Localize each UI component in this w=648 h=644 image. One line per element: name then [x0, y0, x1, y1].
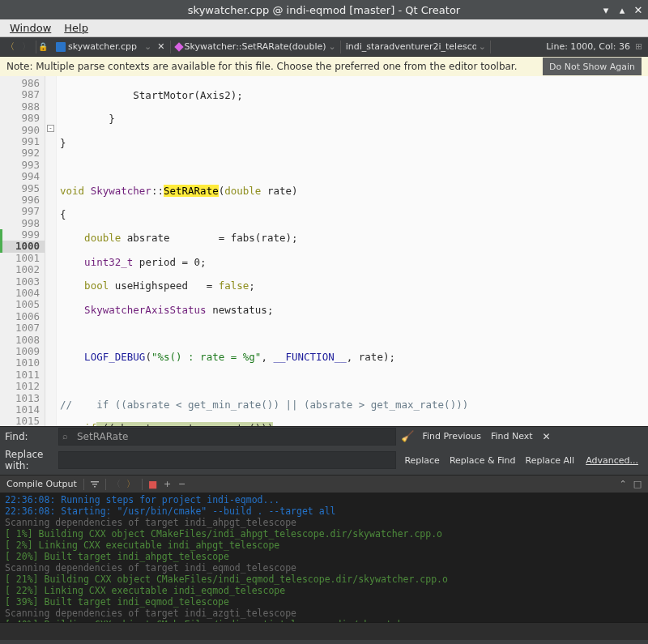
line-number[interactable]: 1010	[0, 357, 45, 369]
output-line: 22:36:08: Starting: "/usr/bin/cmake" --b…	[5, 505, 643, 517]
line-column-indicator[interactable]: Line: 1000, Col: 36	[541, 40, 635, 53]
line-number[interactable]: 1003	[0, 276, 45, 288]
line-number[interactable]: 1011	[0, 369, 45, 381]
window-title: skywatcher.cpp @ indi-eqmod [master] - Q…	[0, 4, 648, 16]
find-label: Find:	[0, 427, 58, 446]
line-number[interactable]: 992	[0, 147, 45, 159]
chevron-icon[interactable]: ⌄	[142, 41, 154, 52]
output-title[interactable]: Compile Output	[3, 477, 80, 491]
line-number[interactable]: 993	[0, 160, 45, 171]
replace-all-button[interactable]: Replace All	[522, 454, 578, 467]
output-line: [ 1%] Building CXX object CMakeFiles/ind…	[5, 528, 643, 540]
parse-context-warning: Note: Multiple parse contexts are availa…	[0, 57, 648, 76]
svg-rect-2	[94, 486, 96, 488]
replace-button[interactable]: Replace	[401, 454, 443, 467]
separator	[340, 41, 341, 53]
line-number[interactable]: 987	[0, 89, 45, 100]
separator	[83, 479, 84, 490]
close-icon[interactable]: ✕	[633, 5, 643, 15]
output-line: [ 20%] Built target indi_ahpgt_telescope	[5, 551, 643, 562]
output-line: Scanning dependencies of target indi_eqm…	[5, 562, 643, 574]
search-icon: ⌕	[62, 431, 68, 441]
maximize-icon[interactable]: ▴	[617, 5, 627, 15]
filter-icon[interactable]	[88, 478, 101, 491]
line-number[interactable]: 995	[0, 183, 45, 194]
zoom-out-icon[interactable]: −	[176, 478, 189, 491]
line-number[interactable]: 989	[0, 113, 45, 124]
chevron-icon[interactable]: ⌄	[326, 41, 339, 52]
line-number[interactable]: 1005	[0, 299, 45, 310]
fold-column[interactable]: -	[45, 76, 57, 426]
clear-highlights-icon[interactable]: 🧹	[401, 430, 414, 442]
stop-build-icon[interactable]: ■	[147, 478, 160, 491]
line-number[interactable]: 986	[0, 78, 45, 89]
line-number[interactable]: 1004	[0, 288, 45, 299]
close-file-icon[interactable]: ✕	[154, 41, 168, 52]
line-number[interactable]: 988	[0, 101, 45, 113]
line-number[interactable]: 1008	[0, 335, 45, 346]
open-file-selector[interactable]: skywatcher.cpp	[51, 40, 142, 53]
next-item-icon[interactable]: 〉	[125, 478, 138, 491]
statusbar	[0, 622, 648, 640]
line-number[interactable]: 994	[0, 171, 45, 182]
output-line: 22:36:08: Running steps for project indi…	[5, 494, 643, 505]
breadcrumb-label: Skywatcher::SetRARate(double) ...	[185, 41, 326, 52]
separator	[142, 479, 143, 490]
menu-window[interactable]: Window	[3, 20, 58, 36]
separator	[36, 41, 36, 53]
close-findbar-icon[interactable]: ✕	[539, 431, 554, 442]
filename-label: skywatcher.cpp	[68, 41, 137, 52]
line-number[interactable]: 997	[0, 206, 45, 217]
find-previous-button[interactable]: Find Previous	[419, 429, 484, 443]
expand-up-icon[interactable]: ⌃	[616, 478, 629, 491]
line-number[interactable]: 998	[0, 218, 45, 229]
line-number[interactable]: 996	[0, 194, 45, 206]
code-area[interactable]: StartMotor(Axis2); } } void Skywatcher::…	[57, 76, 648, 426]
find-input[interactable]	[58, 428, 396, 446]
line-number[interactable]: 991	[0, 136, 45, 147]
do-not-show-again-button[interactable]: Do Not Show Again	[543, 58, 642, 75]
svg-rect-1	[92, 484, 97, 485]
kit-selector[interactable]: indi_staradventurer2i_telescope1	[343, 40, 476, 53]
cpp-file-icon	[56, 42, 66, 52]
output-line: [ 21%] Building CXX object CMakeFiles/in…	[5, 574, 643, 585]
close-output-icon[interactable]: □	[631, 478, 644, 491]
line-number[interactable]: 1012	[0, 381, 45, 392]
symbol-breadcrumb[interactable]: Skywatcher::SetRARate(double) ...	[173, 40, 326, 53]
editor-toolbar: 〈 〉 🔒 skywatcher.cpp ⌄ ✕ Skywatcher::Set…	[0, 37, 648, 57]
output-line: [ 22%] Linking CXX executable indi_eqmod…	[5, 585, 643, 596]
output-line: [ 2%] Linking CXX executable indi_ahpgt_…	[5, 540, 643, 551]
line-number-gutter[interactable]: 9869879889899909919929939949959969979989…	[0, 76, 45, 426]
split-icon[interactable]: ⊞	[635, 41, 646, 53]
nav-forward-icon[interactable]: 〉	[19, 40, 33, 54]
menu-help[interactable]: Help	[58, 20, 95, 36]
zoom-in-icon[interactable]: +	[161, 478, 174, 491]
menubar: Window Help	[0, 19, 648, 37]
line-number[interactable]: 1013	[0, 393, 45, 404]
line-number[interactable]: 1009	[0, 346, 45, 357]
code-editor[interactable]: 9869879889899909919929939949959969979989…	[0, 76, 648, 426]
compile-output[interactable]: 22:36:08: Running steps for project indi…	[0, 493, 648, 622]
find-next-button[interactable]: Find Next	[488, 429, 536, 443]
line-number[interactable]: 1002	[0, 264, 45, 275]
fold-toggle-icon[interactable]: -	[47, 125, 54, 132]
line-number[interactable]: 1001	[0, 253, 45, 264]
line-number[interactable]: 1000	[0, 241, 45, 252]
line-number[interactable]: 999	[0, 229, 45, 241]
line-number[interactable]: 1006	[0, 311, 45, 322]
line-number[interactable]: 1014	[0, 404, 45, 416]
lock-icon[interactable]: 🔒	[38, 42, 48, 51]
line-number[interactable]: 1007	[0, 322, 45, 334]
replace-input[interactable]	[58, 451, 396, 469]
line-number[interactable]: 1015	[0, 416, 45, 427]
minimize-icon[interactable]: ▾	[601, 5, 611, 15]
chevron-icon[interactable]: ⌄	[476, 41, 488, 52]
output-line: Scanning dependencies of target indi_ahp…	[5, 517, 643, 528]
advanced-find-button[interactable]: Advanced...	[581, 454, 643, 467]
nav-back-icon[interactable]: 〈	[2, 40, 17, 54]
prev-item-icon[interactable]: 〈	[110, 478, 123, 491]
output-pane-header: Compile Output 〈 〉 ■ + − ⌃ □	[0, 475, 648, 493]
titlebar: skywatcher.cpp @ indi-eqmod [master] - Q…	[0, 0, 648, 19]
replace-and-find-button[interactable]: Replace & Find	[446, 454, 519, 467]
line-number[interactable]: 990	[0, 125, 45, 136]
